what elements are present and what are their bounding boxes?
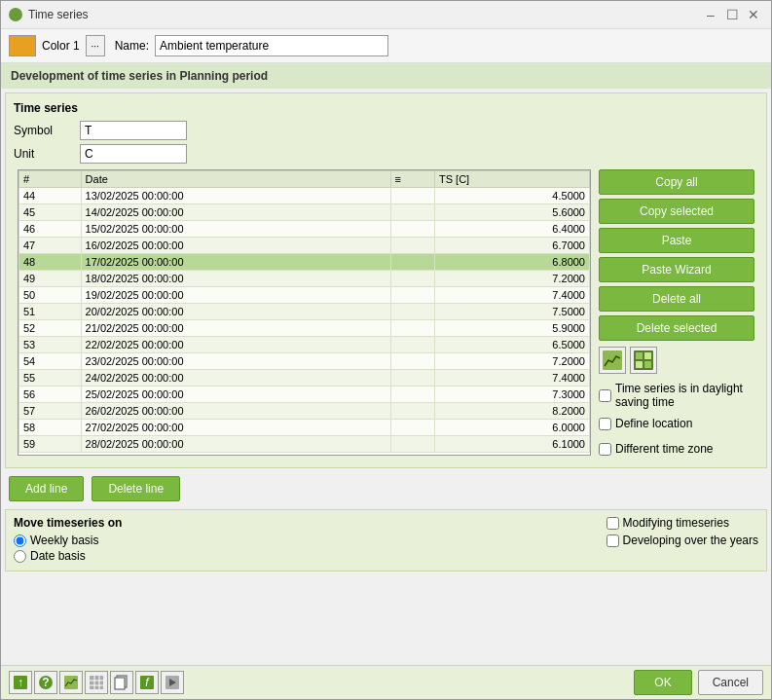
symbol-row: Symbol	[14, 121, 758, 140]
table-row[interactable]: 46 15/02/2025 00:00:00 6.4000	[19, 221, 590, 238]
row-num: 57	[19, 403, 82, 420]
delete-selected-button[interactable]: Delete selected	[599, 315, 754, 341]
timeseries-section: Time series Symbol Unit	[5, 92, 767, 468]
table-row[interactable]: 52 21/02/2025 00:00:00 5.9000	[19, 320, 590, 337]
table-row[interactable]: 57 26/02/2025 00:00:00 8.2000	[19, 403, 590, 420]
unit-label: Unit	[14, 147, 72, 161]
add-delete-buttons: Add line Delete line	[1, 472, 771, 505]
minimize-button[interactable]: –	[701, 7, 720, 22]
table-row[interactable]: 59 28/02/2025 00:00:00 6.1000	[19, 436, 590, 453]
close-button[interactable]: ✕	[744, 7, 763, 22]
footer-grid-button[interactable]	[85, 671, 108, 694]
table-area: # Date ≡ TS [C] 44 13/02/2025 00:00:00 4…	[14, 169, 758, 460]
table-row[interactable]: 48 17/02/2025 00:00:00 6.8000	[19, 254, 590, 271]
date-basis-label: Date basis	[30, 549, 86, 563]
row-date: 16/02/2025 00:00:00	[81, 238, 390, 254]
row-num: 56	[19, 387, 82, 403]
row-sort	[390, 238, 434, 254]
table-row[interactable]: 56 25/02/2025 00:00:00 7.3000	[19, 387, 590, 403]
timeseries-fields: Symbol Unit	[14, 121, 758, 164]
footer-chart-button[interactable]	[59, 671, 83, 694]
row-num: 58	[19, 420, 82, 436]
row-num: 51	[19, 304, 82, 320]
maximize-button[interactable]: ☐	[722, 7, 742, 22]
timeseries-title: Time series	[14, 101, 758, 115]
table-row[interactable]: 55 24/02/2025 00:00:00 7.4000	[19, 370, 590, 387]
paste-wizard-button[interactable]: Paste Wizard	[599, 257, 754, 282]
paste-button[interactable]: Paste	[599, 228, 754, 253]
row-num: 54	[19, 353, 82, 370]
copy-selected-button[interactable]: Copy selected	[599, 199, 754, 224]
row-sort	[390, 271, 434, 287]
table-row[interactable]: 54 23/02/2025 00:00:00 7.2000	[19, 353, 590, 370]
row-value: 7.4000	[435, 370, 590, 387]
modifying-timeseries-checkbox[interactable]	[607, 517, 619, 530]
row-sort	[390, 436, 434, 453]
table-row[interactable]: 51 20/02/2025 00:00:00 7.5000	[19, 304, 590, 320]
weekly-basis-radio[interactable]	[14, 534, 26, 547]
run-icon	[165, 675, 180, 690]
footer-run-button[interactable]	[161, 671, 184, 694]
section-header: Development of time series in Planning p…	[1, 63, 771, 89]
col-header-date: Date	[81, 171, 390, 188]
symbol-input[interactable]	[80, 121, 187, 140]
cancel-button[interactable]: Cancel	[698, 670, 763, 695]
daylight-saving-checkbox[interactable]	[599, 389, 611, 402]
grid-icon-button[interactable]	[630, 347, 657, 374]
right-panel: Copy all Copy selected Paste Paste Wizar…	[599, 169, 754, 456]
data-table-container: # Date ≡ TS [C] 44 13/02/2025 00:00:00 4…	[18, 169, 591, 456]
unit-input[interactable]	[80, 144, 187, 164]
row-date: 27/02/2025 00:00:00	[81, 420, 390, 436]
add-line-button[interactable]: Add line	[9, 476, 84, 501]
row-sort	[390, 287, 434, 304]
table-row[interactable]: 50 19/02/2025 00:00:00 7.4000	[19, 287, 590, 304]
move-title: Move timeseries on	[14, 516, 122, 530]
delete-all-button[interactable]: Delete all	[599, 286, 754, 312]
different-timezone-row: Different time zone	[599, 442, 754, 456]
col-header-sort[interactable]: ≡	[390, 171, 434, 188]
table-row[interactable]: 49 18/02/2025 00:00:00 7.2000	[19, 271, 590, 287]
svg-rect-10	[64, 676, 78, 689]
row-value: 6.1000	[435, 436, 590, 453]
row-value: 4.5000	[435, 188, 590, 204]
define-location-row: Define location	[599, 417, 754, 430]
more-options-button[interactable]: ···	[86, 35, 105, 56]
row-num: 45	[19, 204, 82, 221]
color-picker-button[interactable]	[9, 35, 36, 56]
footer-copy-button[interactable]	[110, 671, 133, 694]
table-scroll[interactable]: # Date ≡ TS [C] 44 13/02/2025 00:00:00 4…	[18, 170, 590, 455]
row-date: 19/02/2025 00:00:00	[81, 287, 390, 304]
footer-export-button[interactable]: ↑	[9, 671, 32, 694]
row-sort	[390, 353, 434, 370]
app-icon	[9, 8, 22, 21]
svg-rect-11	[90, 676, 103, 689]
table-row[interactable]: 53 22/02/2025 00:00:00 6.5000	[19, 337, 590, 353]
table-row[interactable]: 58 27/02/2025 00:00:00 6.0000	[19, 420, 590, 436]
grid-icon	[634, 350, 653, 370]
name-input[interactable]	[155, 35, 388, 56]
col-header-num: #	[19, 171, 82, 188]
table-row[interactable]: 44 13/02/2025 00:00:00 4.5000	[19, 188, 590, 204]
svg-rect-5	[644, 361, 651, 368]
footer-function-button[interactable]: f	[135, 671, 159, 694]
developing-years-checkbox[interactable]	[607, 534, 619, 547]
date-basis-radio[interactable]	[14, 550, 26, 563]
row-value: 7.3000	[435, 387, 590, 403]
chart-icon-button[interactable]	[599, 347, 626, 374]
ok-button[interactable]: OK	[634, 670, 691, 695]
toolbar: Color 1 ··· Name:	[1, 29, 771, 63]
svg-text:?: ?	[42, 676, 49, 689]
copy-all-button[interactable]: Copy all	[599, 169, 754, 195]
define-location-checkbox[interactable]	[599, 418, 611, 430]
row-date: 14/02/2025 00:00:00	[81, 204, 390, 221]
row-num: 52	[19, 320, 82, 337]
svg-rect-17	[115, 678, 125, 689]
row-sort	[390, 337, 434, 353]
table-row[interactable]: 47 16/02/2025 00:00:00 6.7000	[19, 238, 590, 254]
different-timezone-checkbox[interactable]	[599, 443, 611, 456]
footer-help-button[interactable]: ?	[34, 671, 57, 694]
row-date: 20/02/2025 00:00:00	[81, 304, 390, 320]
delete-line-button[interactable]: Delete line	[92, 476, 180, 501]
table-row[interactable]: 45 14/02/2025 00:00:00 5.6000	[19, 204, 590, 221]
row-sort	[390, 403, 434, 420]
